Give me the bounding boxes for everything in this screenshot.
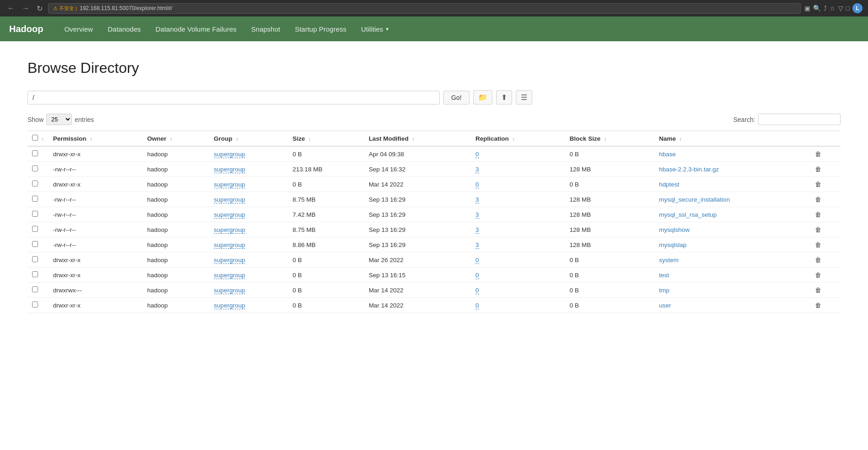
replication-link[interactable]: 0: [475, 287, 479, 294]
th-replication[interactable]: Replication ↕: [471, 131, 565, 147]
search-input[interactable]: [758, 114, 841, 125]
delete-button[interactable]: 🗑: [815, 196, 821, 203]
group-link[interactable]: supergroup: [214, 166, 245, 173]
replication-link[interactable]: 0: [475, 257, 479, 264]
path-input[interactable]: [27, 91, 440, 104]
row-checkbox[interactable]: [32, 302, 38, 307]
folder-icon-button[interactable]: 📁: [473, 90, 492, 104]
cell-permission: drwxr-xr-x: [49, 177, 143, 192]
group-link[interactable]: supergroup: [214, 257, 245, 264]
go-button[interactable]: Go!: [443, 91, 469, 104]
bookmark-btn[interactable]: ☆: [830, 5, 835, 12]
share-btn[interactable]: ⤴: [824, 5, 827, 12]
entries-select[interactable]: 10 25 50 100: [46, 114, 72, 125]
row-checkbox[interactable]: [32, 286, 38, 292]
delete-button[interactable]: 🗑: [815, 256, 821, 263]
window-btn[interactable]: □: [846, 5, 850, 12]
list-icon-button[interactable]: ☰: [516, 90, 532, 104]
back-button[interactable]: ←: [5, 3, 16, 13]
row-checkbox[interactable]: [32, 241, 38, 247]
nav-link-utilities[interactable]: Utilities ▼: [354, 18, 397, 40]
nav-link-overview[interactable]: Overview: [57, 18, 100, 40]
group-link[interactable]: supergroup: [214, 272, 245, 279]
navbar-brand[interactable]: Hadoop: [9, 24, 43, 34]
delete-button[interactable]: 🗑: [815, 181, 821, 188]
delete-button[interactable]: 🗑: [815, 165, 821, 173]
th-checkbox[interactable]: ↕: [27, 131, 49, 147]
group-link[interactable]: supergroup: [214, 181, 245, 188]
zoom-btn[interactable]: 🔍: [813, 5, 821, 12]
file-name-link[interactable]: tmp: [659, 287, 670, 294]
row-checkbox[interactable]: [32, 196, 38, 202]
th-owner[interactable]: Owner ↕: [142, 131, 209, 147]
row-checkbox[interactable]: [32, 181, 38, 187]
user-avatar[interactable]: L: [852, 3, 863, 13]
delete-button[interactable]: 🗑: [815, 150, 821, 158]
extensions-btn[interactable]: ▽: [838, 5, 843, 12]
entries-label: entries: [75, 116, 94, 123]
delete-button[interactable]: 🗑: [815, 271, 821, 279]
group-link[interactable]: supergroup: [214, 302, 245, 309]
row-checkbox[interactable]: [32, 150, 38, 156]
row-checkbox[interactable]: [32, 165, 38, 171]
nav-item-datanodes[interactable]: Datanodes: [100, 18, 148, 40]
file-name-link[interactable]: mysqlshow: [659, 226, 690, 233]
file-name-link[interactable]: hbase-2.2.3-bin.tar.gz: [659, 166, 719, 173]
nav-link-datanodes[interactable]: Datanodes: [100, 18, 148, 40]
row-checkbox[interactable]: [32, 226, 38, 232]
nav-link-datanode-volume-failures[interactable]: Datanode Volume Failures: [148, 18, 244, 40]
file-name-link[interactable]: hbase: [659, 151, 676, 158]
file-name-link[interactable]: user: [659, 302, 671, 309]
select-all-checkbox[interactable]: [32, 135, 38, 141]
file-name-link[interactable]: test: [659, 272, 669, 279]
row-checkbox[interactable]: [32, 271, 38, 277]
th-size[interactable]: Size ↕: [288, 131, 364, 147]
th-last-modified[interactable]: Last Modified ↕: [364, 131, 471, 147]
delete-button[interactable]: 🗑: [815, 286, 821, 294]
upload-icon-button[interactable]: ⬆: [496, 90, 512, 104]
group-link[interactable]: supergroup: [214, 196, 245, 203]
delete-button[interactable]: 🗑: [815, 211, 821, 218]
browser-chrome: ← → ↻ ⚠ 不安全 | 192.168.115.81:50070/explo…: [0, 0, 868, 16]
th-name[interactable]: Name ↕: [655, 131, 810, 147]
replication-link[interactable]: 0: [475, 181, 479, 188]
th-permission[interactable]: Permission ↕: [49, 131, 143, 147]
group-link[interactable]: supergroup: [214, 287, 245, 294]
group-link[interactable]: supergroup: [214, 241, 245, 249]
file-name-link[interactable]: mysql_ssl_rsa_setup: [659, 211, 717, 218]
replication-link[interactable]: 0: [475, 302, 479, 309]
delete-button[interactable]: 🗑: [815, 302, 821, 309]
table-row: drwxr-xr-xhadoopsupergroup0 BMar 14 2022…: [27, 298, 841, 313]
replication-link[interactable]: 3: [475, 211, 479, 219]
file-name-link[interactable]: mysqlslap: [659, 241, 687, 248]
file-name-link[interactable]: system: [659, 257, 679, 263]
replication-link[interactable]: 3: [475, 226, 479, 234]
delete-button[interactable]: 🗑: [815, 226, 821, 233]
table-controls: Show 10 25 50 100 entries Search:: [27, 114, 841, 125]
th-block-size[interactable]: Block Size ↕: [565, 131, 655, 147]
group-link[interactable]: supergroup: [214, 151, 245, 158]
nav-item-snapshot[interactable]: Snapshot: [244, 18, 287, 40]
file-name-link[interactable]: mysql_secure_installation: [659, 196, 730, 203]
replication-link[interactable]: 0: [475, 272, 479, 279]
th-group[interactable]: Group ↕: [209, 131, 288, 147]
delete-button[interactable]: 🗑: [815, 241, 821, 248]
nav-item-utilities[interactable]: Utilities ▼: [354, 18, 397, 40]
nav-link-startup-progress[interactable]: Startup Progress: [288, 18, 354, 40]
replication-link[interactable]: 3: [475, 241, 479, 249]
group-link[interactable]: supergroup: [214, 211, 245, 219]
reload-button[interactable]: ↻: [35, 3, 44, 14]
replication-link[interactable]: 3: [475, 166, 479, 173]
replication-link[interactable]: 3: [475, 196, 479, 203]
group-link[interactable]: supergroup: [214, 226, 245, 234]
file-name-link[interactable]: hdptest: [659, 181, 679, 188]
forward-button[interactable]: →: [20, 3, 31, 13]
nav-item-datanode-volume-failures[interactable]: Datanode Volume Failures: [148, 18, 244, 40]
nav-link-snapshot[interactable]: Snapshot: [244, 18, 287, 40]
row-checkbox[interactable]: [32, 211, 38, 217]
screenshot-btn[interactable]: ▣: [804, 5, 810, 12]
nav-item-startup-progress[interactable]: Startup Progress: [288, 18, 354, 40]
replication-link[interactable]: 0: [475, 151, 479, 158]
row-checkbox[interactable]: [32, 256, 38, 262]
nav-item-overview[interactable]: Overview: [57, 18, 100, 40]
